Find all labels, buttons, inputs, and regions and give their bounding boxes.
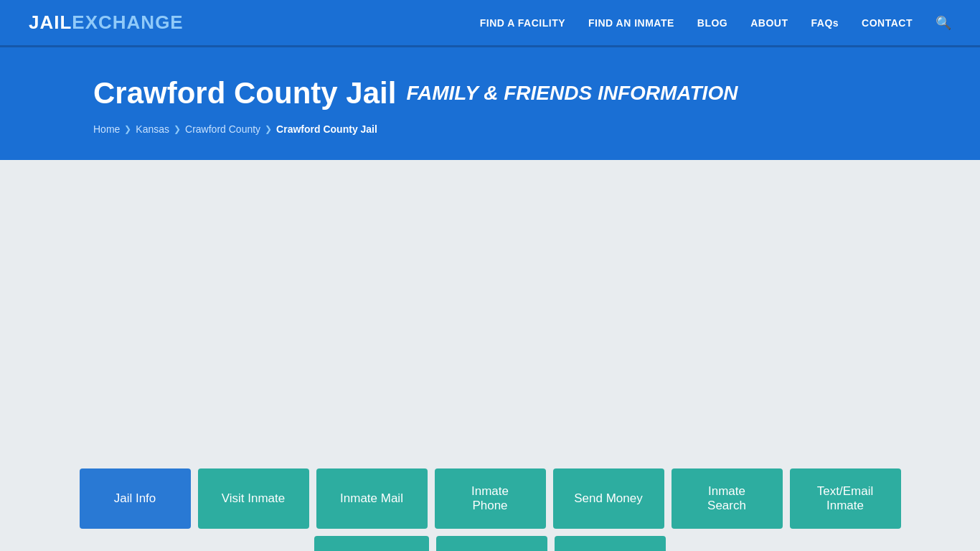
- search-icon[interactable]: 🔍: [936, 15, 951, 31]
- tab-inmate-search[interactable]: Inmate Search: [672, 468, 783, 529]
- breadcrumb-sep-1: ❯: [124, 124, 131, 134]
- tab-commissary[interactable]: Commissary: [436, 536, 547, 551]
- tabs-row-2: Remote Visits Commissary Nearby Jails: [93, 536, 887, 551]
- buttons-section: Jail Info Visit Inmate Inmate Mail Inmat…: [0, 461, 980, 551]
- breadcrumb: Home ❯ Kansas ❯ Crawford County ❯ Crawfo…: [93, 123, 887, 135]
- tab-inmate-phone[interactable]: Inmate Phone: [435, 468, 546, 529]
- nav-blog[interactable]: BLOG: [697, 17, 727, 29]
- logo-exchange: EXCHANGE: [72, 11, 183, 34]
- tab-send-money[interactable]: Send Money: [553, 468, 664, 529]
- nav-faqs[interactable]: FAQs: [811, 17, 839, 29]
- breadcrumb-crawford-county[interactable]: Crawford County: [185, 123, 260, 135]
- breadcrumb-home[interactable]: Home: [93, 123, 120, 135]
- navbar: JAILEXCHANGE FIND A FACILITY FIND AN INM…: [0, 0, 980, 47]
- nav-find-facility[interactable]: FIND A FACILITY: [480, 17, 565, 29]
- breadcrumb-crawford-county-jail: Crawford County Jail: [276, 123, 377, 135]
- nav-contact[interactable]: CONTACT: [862, 17, 913, 29]
- tab-visit-inmate[interactable]: Visit Inmate: [198, 468, 309, 529]
- tab-nearby-jails[interactable]: Nearby Jails: [555, 536, 666, 551]
- breadcrumb-kansas[interactable]: Kansas: [136, 123, 169, 135]
- page-title: Crawford County Jail FAMILY & FRIENDS IN…: [93, 76, 887, 110]
- nav-links: FIND A FACILITY FIND AN INMATE BLOG ABOU…: [480, 15, 951, 31]
- tab-inmate-mail[interactable]: Inmate Mail: [316, 468, 428, 529]
- nav-find-inmate[interactable]: FIND AN INMATE: [588, 17, 674, 29]
- tabs-row-1: Jail Info Visit Inmate Inmate Mail Inmat…: [93, 468, 887, 529]
- logo-jail: JAIL: [29, 11, 72, 34]
- breadcrumb-sep-2: ❯: [174, 124, 181, 134]
- tab-text-email-inmate[interactable]: Text/Email Inmate: [790, 468, 901, 529]
- page-title-sub: FAMILY & FRIENDS INFORMATION: [406, 82, 738, 105]
- hero-section: Crawford County Jail FAMILY & FRIENDS IN…: [0, 47, 980, 160]
- nav-about[interactable]: ABOUT: [750, 17, 788, 29]
- tab-jail-info[interactable]: Jail Info: [80, 468, 191, 529]
- breadcrumb-sep-3: ❯: [265, 124, 272, 134]
- content-area: [0, 160, 980, 461]
- page-title-main: Crawford County Jail: [93, 76, 396, 110]
- tab-remote-visits[interactable]: Remote Visits: [314, 536, 430, 551]
- logo[interactable]: JAILEXCHANGE: [29, 11, 184, 34]
